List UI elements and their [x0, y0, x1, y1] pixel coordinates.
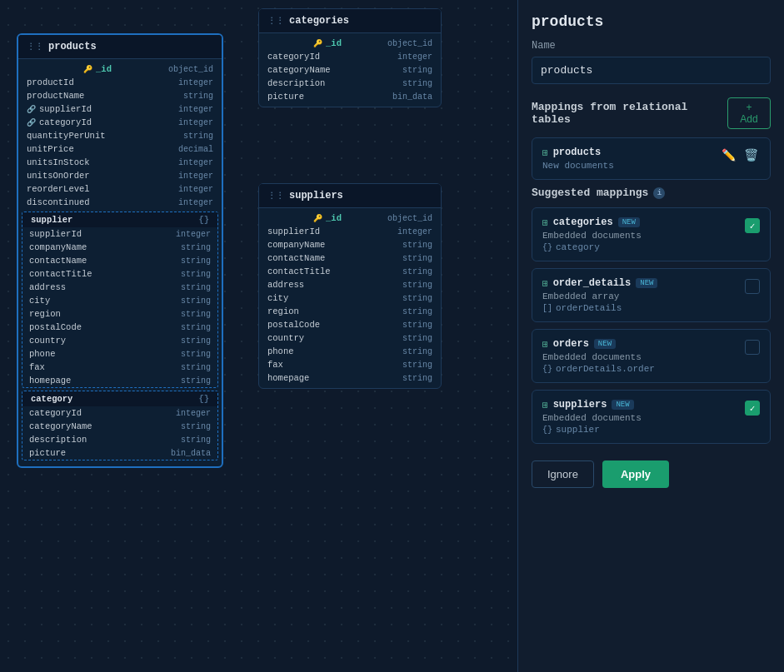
- field-name: categoryName: [29, 421, 92, 431]
- category-embedded-section: category {} categoryId integer categoryN…: [22, 391, 218, 460]
- field-row: city string: [22, 294, 217, 307]
- new-badge: NEW: [636, 278, 657, 288]
- field-type: integer: [397, 227, 432, 236]
- field-row: productName string: [18, 89, 222, 102]
- field-row: discontinued integer: [18, 196, 222, 209]
- fk-icon: 🔗: [27, 105, 36, 114]
- add-button[interactable]: + Add: [727, 97, 771, 129]
- field-name: unitsInStock: [27, 157, 90, 167]
- products-table-title: products: [48, 41, 97, 52]
- brace-icon: {}: [542, 243, 552, 252]
- suggestion-checkbox-3[interactable]: [745, 401, 760, 416]
- new-badge: NEW: [618, 217, 640, 227]
- suggested-card-name-1: ⊞ order_details NEW: [542, 277, 745, 289]
- field-name: region: [29, 309, 61, 319]
- field-row: address string: [259, 278, 441, 291]
- field-row: supplierId integer: [22, 227, 217, 241]
- field-name: country: [267, 333, 304, 343]
- field-type: integer: [178, 198, 213, 207]
- suggestion-checkbox-0[interactable]: [745, 218, 760, 233]
- field-row: supplierId integer: [259, 225, 441, 238]
- field-name: supplierId: [29, 229, 82, 239]
- name-label: Name: [532, 40, 771, 52]
- ignore-button[interactable]: Ignore: [532, 460, 594, 488]
- suppliers-table: ⋮⋮ suppliers 🔑 _id object_id supplierId …: [258, 183, 442, 389]
- field-name: phone: [267, 346, 294, 356]
- suggestion-checkbox-1[interactable]: [745, 279, 760, 294]
- field-row: postalCode string: [22, 321, 217, 334]
- suggested-card-type: Embedded documents: [542, 231, 745, 241]
- field-row: address string: [22, 281, 217, 294]
- field-type: object_id: [387, 39, 432, 48]
- field-type: string: [183, 92, 213, 101]
- field-name: unitsOnOrder: [27, 171, 90, 181]
- suggested-card-type: Embedded documents: [542, 413, 745, 423]
- suggestion-checkbox-2[interactable]: [745, 340, 760, 355]
- suggested-card-name-0: ⊞ categories NEW: [542, 217, 745, 228]
- field-name: picture: [267, 92, 304, 102]
- field-type: string: [402, 307, 432, 316]
- table-icon: ⊞: [542, 217, 548, 228]
- panel-title: products: [532, 13, 771, 30]
- field-type: integer: [178, 78, 213, 87]
- apply-button[interactable]: Apply: [602, 460, 669, 488]
- suggestion-name-text: order_details: [553, 277, 632, 289]
- field-name: categoryId: [29, 408, 82, 418]
- mapping-card-sub: New documents: [542, 161, 720, 171]
- new-badge: NEW: [594, 339, 616, 349]
- suggested-card-path: {} category: [542, 242, 745, 252]
- field-row: categoryId integer: [259, 50, 441, 63]
- supplier-section-label: supplier {}: [22, 212, 217, 227]
- suggested-title-text: Suggested mappings: [532, 187, 648, 199]
- field-row: description string: [22, 433, 217, 446]
- category-label-text: category: [31, 394, 72, 404]
- field-row: country string: [259, 331, 441, 345]
- field-type: string: [181, 376, 211, 386]
- field-type: integer: [178, 118, 213, 127]
- mapping-card-name: ⊞ products: [542, 147, 720, 158]
- field-row: fax string: [259, 358, 441, 371]
- suggested-card-type: Embedded documents: [542, 352, 745, 362]
- pk-icon: 🔑: [313, 214, 322, 223]
- field-type: string: [183, 132, 213, 141]
- field-name: fax: [29, 362, 45, 372]
- field-type: string: [402, 294, 432, 303]
- suggestion-name-text: orders: [553, 338, 589, 350]
- field-type: string: [402, 79, 432, 88]
- mapping-card-actions: ✏️ 🗑️: [720, 147, 760, 163]
- field-name: region: [267, 306, 299, 316]
- edit-mapping-button[interactable]: ✏️: [720, 147, 737, 163]
- suggested-card-path: {} orderDetails.order: [542, 364, 745, 374]
- field-type: string: [181, 283, 211, 292]
- table-icon: ⊞: [542, 400, 548, 411]
- field-type: integer: [178, 105, 213, 114]
- name-input[interactable]: [532, 57, 771, 84]
- field-name: productName: [27, 91, 84, 101]
- categories-table: ⋮⋮ categories 🔑 _id object_id categoryId…: [258, 8, 442, 107]
- suggested-card-name-2: ⊞ orders NEW: [542, 338, 745, 350]
- suggestion-name-text: suppliers: [553, 399, 607, 411]
- field-name: description: [267, 78, 325, 88]
- field-type: string: [181, 436, 211, 445]
- field-type: bin_data: [392, 92, 432, 102]
- pk-icon: 🔑: [313, 39, 322, 48]
- field-type: string: [181, 422, 211, 431]
- products-table: ⋮⋮ products 🔑 _id object_id productId in…: [17, 33, 223, 468]
- delete-mapping-button[interactable]: 🗑️: [742, 147, 760, 163]
- mappings-title: Mappings from relational tables: [532, 101, 727, 126]
- field-type: decimal: [178, 145, 213, 154]
- brace-icon: {}: [542, 365, 552, 374]
- mapping-name-text: products: [553, 147, 602, 158]
- suppliers-table-header: ⋮⋮ suppliers: [259, 184, 441, 208]
- field-name: city: [267, 293, 288, 303]
- drag-icon: ⋮⋮: [267, 191, 284, 201]
- table-icon: ⊞: [542, 278, 548, 289]
- suggestion-name-text: categories: [553, 217, 613, 228]
- suggestions-container: ⊞ categories NEW Embedded documents {} c…: [532, 207, 771, 450]
- field-type: bin_data: [171, 449, 211, 458]
- field-row: contactTitle string: [259, 265, 441, 278]
- field-name: discontinued: [27, 197, 90, 207]
- field-row: phone string: [22, 347, 217, 361]
- field-row: reorderLevel integer: [18, 182, 222, 196]
- field-row: homepage string: [22, 374, 217, 387]
